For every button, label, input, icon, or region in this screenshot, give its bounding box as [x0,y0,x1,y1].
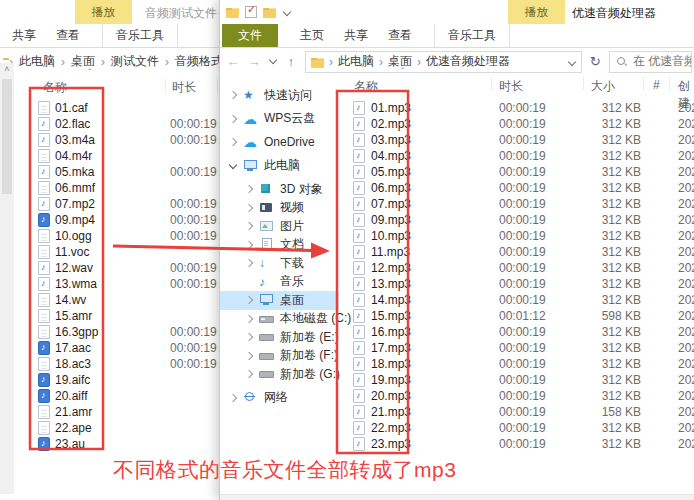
file-row[interactable]: 06.mp3 00:00:19 312 KB 202 [346,180,694,196]
file-row[interactable]: 21.amr [14,404,219,420]
qat-icon[interactable] [226,8,239,18]
ribbon-tab[interactable]: 共享 [2,24,46,47]
file-row[interactable]: 02.mp3 00:00:19 312 KB 202 [346,116,694,132]
chevron-down-icon[interactable] [567,57,576,66]
file-row[interactable]: 05.mka 00:00:19 [14,164,219,180]
file-row[interactable]: 12.mp3 00:00:19 312 KB 202 [346,260,694,276]
file-row[interactable]: 14.wv [14,292,219,308]
file-row[interactable]: 19.aifc [14,372,219,388]
breadcrumb-item[interactable]: 测试文件 [95,53,159,70]
file-row[interactable]: 10.mp3 00:00:19 312 KB 202 [346,228,694,244]
file-row[interactable]: 03.m4a 00:00:19 [14,132,219,148]
expander-icon[interactable] [228,161,238,171]
nav-icon[interactable] [226,55,240,69]
search-box[interactable]: 在 优速音频 [609,51,692,73]
column-header-name[interactable]: 名称 [354,78,378,95]
breadcrumb-item[interactable]: 优速音频处理器 [412,53,510,70]
file-row[interactable]: 05.mp3 00:00:19 312 KB 202 [346,164,694,180]
sidebar-item[interactable]: 音乐 [220,273,339,292]
breadcrumb-item[interactable]: 此电脑 [324,53,374,70]
column-header-name[interactable]: 名称 [43,79,67,96]
file-row[interactable]: 09.mp4 00:00:19 [14,212,219,228]
expander-icon[interactable] [228,393,238,403]
file-row[interactable]: 07.mp2 00:00:19 [14,196,219,212]
expander-icon[interactable] [244,295,254,305]
file-row[interactable]: 16.3gpp 00:00:19 [14,324,219,340]
file-row[interactable]: 01.caf [14,100,219,116]
file-row[interactable]: 04.m4r [14,148,219,164]
file-row[interactable]: 13.wma 00:00:19 [14,276,219,292]
expander-icon[interactable] [244,258,254,268]
sidebar-item[interactable]: 本地磁盘 (C:) [220,310,339,329]
file-menu-tab[interactable]: 文件 [222,24,278,47]
file-row[interactable]: 19.mp3 00:00:19 312 KB 202 [346,372,694,388]
qat-icon[interactable] [263,8,276,18]
address-box[interactable]: 此电脑 桌面 优速音频处理器 [305,51,582,73]
sidebar-item[interactable]: 图片 [220,217,339,236]
left-address-bar[interactable]: 此电脑 桌面 测试文件 音频格式转换 [0,48,219,75]
sidebar-item[interactable]: OneDrive [220,133,339,152]
expander-icon[interactable] [244,203,254,213]
file-row[interactable]: 18.mp3 00:00:19 312 KB 202 [346,356,694,372]
file-row[interactable]: 14.mp3 00:00:19 312 KB 202 [346,292,694,308]
file-row[interactable]: 10.ogg 00:00:19 [14,228,219,244]
file-row[interactable]: 23.au [14,436,219,452]
file-row[interactable]: 09.mp3 00:00:19 312 KB 202 [346,212,694,228]
ribbon-tab[interactable]: 音乐工具 [102,24,178,47]
file-row[interactable]: 11.mp3 00:00:19 312 KB 202 [346,244,694,260]
file-row[interactable]: 23.mp3 00:00:19 312 KB 202 [346,436,694,452]
qat-icon[interactable] [245,6,257,18]
expander-icon[interactable] [244,369,254,379]
expander-icon[interactable] [228,114,238,124]
breadcrumb-item[interactable]: 桌面 [374,53,412,70]
column-header-duration[interactable]: 时长 [499,78,523,95]
file-row[interactable]: 16.mp3 00:00:19 312 KB 202 [346,324,694,340]
file-row[interactable]: 02.flac 00:00:19 [14,116,219,132]
sidebar-item[interactable]: 3D 对象 [220,180,339,199]
sidebar-item[interactable]: 下载 [220,254,339,273]
file-row[interactable]: 11.voc [14,244,219,260]
file-row[interactable]: 18.ac3 00:00:19 [14,356,219,372]
sidebar-item[interactable]: 新加卷 (G:) [220,365,339,384]
column-header-duration[interactable]: 时长 [172,79,196,96]
qat-icon[interactable] [282,7,291,16]
column-header-size[interactable]: 大小 [591,78,615,95]
file-row[interactable]: 03.mp3 00:00:19 312 KB 202 [346,132,694,148]
refresh-icon[interactable] [589,55,602,69]
file-row[interactable]: 17.mp3 00:00:19 312 KB 202 [346,340,694,356]
nav-icon[interactable] [268,55,277,69]
ribbon-tab[interactable]: 主页 [290,24,334,47]
file-row[interactable]: 01.mp3 00:00:19 312 KB 202 [346,100,694,116]
expander-icon[interactable] [244,277,254,287]
file-row[interactable]: 20.aiff [14,388,219,404]
expander-icon[interactable] [244,240,254,250]
file-row[interactable]: 13.mp3 00:00:19 312 KB 202 [346,276,694,292]
nav-pane-scrollbar[interactable]: ˄ [0,63,14,494]
file-row[interactable]: 12.wav 00:00:19 [14,260,219,276]
sidebar-item[interactable]: 桌面 [220,291,339,310]
ribbon-tab[interactable]: 查看 [378,24,422,47]
expander-icon[interactable] [244,221,254,231]
expander-icon[interactable] [244,184,254,194]
sidebar-item[interactable]: 新加卷 (E:) [220,328,339,347]
file-row[interactable]: 06.mmf [14,180,219,196]
file-row[interactable]: 22.mp3 00:00:19 312 KB 202 [346,420,694,436]
sidebar-item[interactable]: 新加卷 (F:) [220,347,339,366]
file-row[interactable]: 20.mp3 00:00:19 312 KB 202 [346,388,694,404]
expander-icon[interactable] [228,90,238,100]
nav-icon[interactable] [284,55,298,69]
column-header-hash[interactable]: # [653,78,660,92]
file-row[interactable]: 04.mp3 00:00:19 312 KB 202 [346,148,694,164]
sidebar-item[interactable]: 文档 [220,236,339,255]
nav-icon[interactable] [247,55,261,69]
expander-icon[interactable] [244,351,254,361]
sidebar-item[interactable]: 视频 [220,199,339,218]
ribbon-tab[interactable]: 查看 [46,24,90,47]
ribbon-tab[interactable]: 音乐工具 [434,24,510,47]
expander-icon[interactable] [244,314,254,324]
scrollbar-up-icon[interactable]: ˄ [0,63,14,76]
sidebar-item[interactable]: 快速访问 [220,86,339,105]
ribbon-tab[interactable]: 共享 [334,24,378,47]
file-row[interactable]: 15.amr [14,308,219,324]
file-row[interactable]: 21.mp3 00:00:19 158 KB 202 [346,404,694,420]
